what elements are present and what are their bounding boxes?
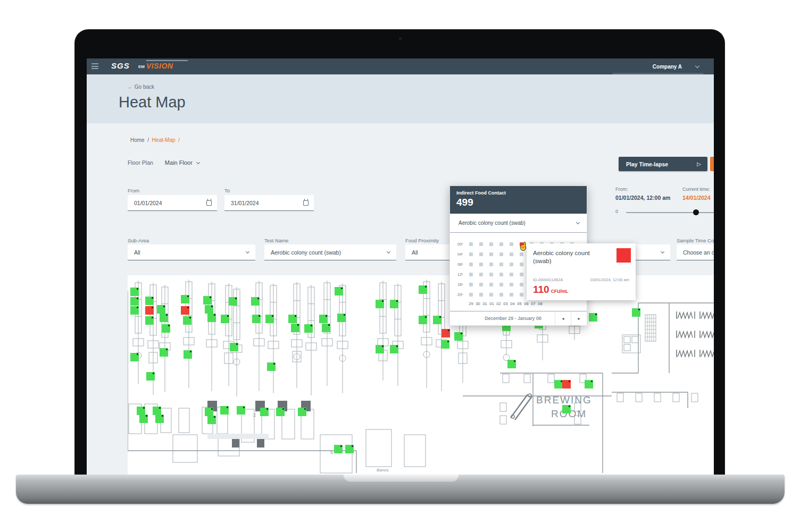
sample-point-red[interactable] (145, 306, 154, 315)
floor-plan-select[interactable]: Main Floor (165, 159, 199, 166)
timeline-slider-thumb[interactable] (693, 209, 699, 215)
test-name-select[interactable]: Aerobic colony count (swab) (264, 244, 396, 260)
sample-point-green[interactable] (267, 362, 276, 371)
menu-icon[interactable] (91, 63, 98, 69)
calendar-icon[interactable] (206, 200, 212, 206)
heat-grid-cell[interactable] (520, 293, 523, 297)
sample-point-green[interactable] (291, 324, 299, 332)
heat-grid-cell[interactable] (479, 252, 483, 256)
sample-point-green[interactable] (441, 340, 449, 349)
sample-point-green[interactable] (632, 308, 640, 317)
calendar-icon[interactable] (303, 200, 309, 206)
sample-point-red[interactable] (181, 306, 189, 315)
popup-test-select[interactable]: Aerobic colony count (swab) (450, 214, 587, 233)
heat-grid-cell[interactable] (499, 242, 503, 246)
heat-grid-cell[interactable] (510, 283, 513, 286)
go-back-link[interactable]: ← Go back (128, 84, 154, 90)
sample-point-green[interactable] (390, 300, 398, 308)
heat-grid-cell[interactable] (479, 273, 483, 276)
sample-point-green[interactable] (220, 406, 229, 415)
heat-grid-cell[interactable] (469, 263, 473, 266)
sample-point-green[interactable] (419, 285, 427, 294)
timeline-slider-track[interactable] (626, 212, 714, 213)
sample-point-green[interactable] (419, 316, 427, 324)
breadcrumb-current[interactable]: Heat-Map (152, 137, 176, 143)
sample-point-green[interactable] (184, 350, 192, 359)
sample-point-green[interactable] (454, 332, 463, 341)
sample-point-green[interactable] (139, 415, 148, 423)
heat-grid-cell[interactable] (489, 273, 493, 276)
sample-point-green[interactable] (337, 314, 346, 322)
heat-grid-cell[interactable] (489, 283, 493, 286)
sample-point-green[interactable] (251, 297, 260, 306)
floor-plan-canvas[interactable]: BREWINGROOMBanos52 (128, 275, 714, 475)
sample-point-green[interactable] (390, 345, 398, 353)
sample-point-red[interactable] (562, 380, 571, 389)
heat-grid-cell[interactable] (510, 252, 513, 256)
breadcrumb-home[interactable]: Home (130, 137, 145, 143)
heat-grid-cell[interactable] (510, 242, 513, 246)
sample-point-green[interactable] (145, 316, 154, 325)
sample-point-green[interactable] (205, 305, 213, 314)
heat-grid-cell[interactable] (469, 252, 473, 256)
sample-point-green[interactable] (433, 316, 441, 324)
sample-point-green[interactable] (205, 408, 213, 416)
sample-point-green[interactable] (153, 407, 161, 415)
prev-page-button[interactable]: ◂ (555, 311, 571, 325)
sample-point-green[interactable] (203, 296, 212, 305)
heat-grid-cell[interactable] (510, 293, 513, 297)
sample-point-green[interactable] (265, 315, 274, 323)
to-date-input[interactable]: 31/01/2024 (224, 195, 314, 211)
sample-point-red[interactable] (441, 329, 450, 337)
sample-point-green[interactable] (507, 360, 516, 368)
sample-point-green[interactable] (157, 305, 165, 314)
sample-point-green[interactable] (230, 343, 238, 351)
heat-grid-cell[interactable] (520, 252, 523, 256)
sample-point-green[interactable] (334, 445, 343, 453)
sample-point-green[interactable] (130, 353, 139, 361)
sample-point-green[interactable] (160, 314, 168, 322)
sample-point-green[interactable] (345, 445, 354, 453)
sample-point-green[interactable] (221, 315, 229, 323)
heat-grid-cell[interactable] (489, 263, 493, 266)
clipped-orange-button[interactable] (710, 157, 714, 171)
heat-grid-cell[interactable] (520, 263, 523, 266)
sample-point-green[interactable] (260, 408, 269, 416)
sub-area-select[interactable]: All (128, 244, 255, 260)
heat-grid-cell[interactable] (479, 283, 483, 286)
sample-point-green[interactable] (130, 306, 139, 315)
sample-point-green[interactable] (376, 300, 384, 308)
heat-grid-cell[interactable] (510, 273, 513, 276)
heat-grid-cell[interactable] (489, 242, 493, 246)
sample-point-green[interactable] (162, 324, 170, 333)
from-date-input[interactable]: 01/01/2024 (128, 195, 217, 211)
heat-grid-cell[interactable] (499, 293, 503, 297)
heat-grid-cell[interactable] (510, 263, 513, 266)
sample-point-green[interactable] (130, 297, 139, 306)
sample-point-green[interactable] (304, 324, 313, 333)
sample-point-green[interactable] (160, 348, 168, 357)
sample-point-green[interactable] (276, 408, 285, 416)
heat-grid-cell[interactable] (520, 283, 523, 286)
heat-grid-cell[interactable] (479, 263, 483, 266)
heat-grid-cell[interactable] (499, 283, 503, 286)
sample-point-green[interactable] (554, 380, 563, 389)
sample-point-green[interactable] (562, 405, 571, 413)
sample-point-green[interactable] (298, 408, 306, 416)
sample-point-green[interactable] (376, 345, 384, 353)
sample-point-green[interactable] (252, 315, 261, 323)
sample-point-green[interactable] (229, 297, 237, 306)
sample-point-green[interactable] (207, 314, 216, 322)
sample-point-green[interactable] (155, 415, 164, 423)
sample-point-green[interactable] (589, 313, 597, 322)
heat-grid-cell[interactable] (469, 293, 473, 297)
sample-time-select[interactable]: Choose an o (677, 244, 714, 260)
sample-point-green[interactable] (335, 287, 343, 295)
heat-grid-cell[interactable] (499, 263, 503, 266)
heat-grid-cell[interactable] (489, 252, 493, 256)
play-timelapse-button[interactable]: Play Time-lapse ▷ (619, 157, 707, 171)
sample-point-green[interactable] (237, 406, 245, 415)
sample-point-green[interactable] (288, 315, 297, 323)
heat-grid-cell[interactable] (469, 242, 473, 246)
company-selector[interactable]: Company A (653, 58, 699, 74)
